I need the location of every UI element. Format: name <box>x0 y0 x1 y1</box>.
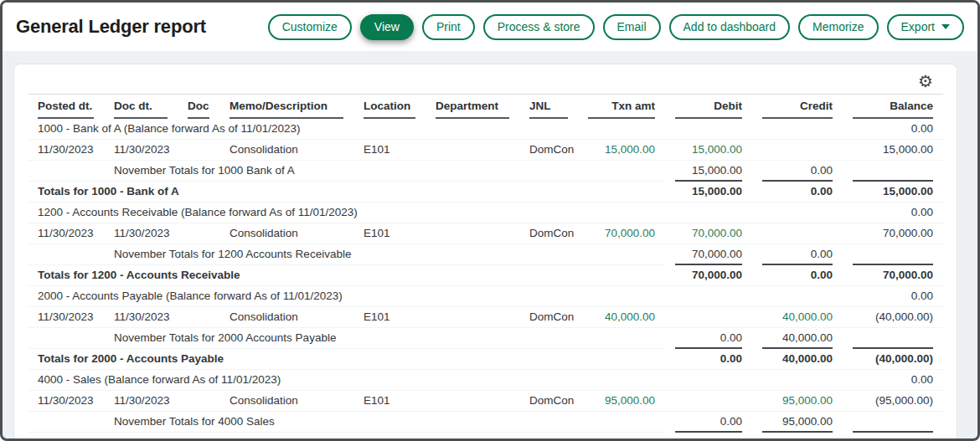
print-button[interactable]: Print <box>422 14 475 40</box>
department-cell <box>426 307 519 328</box>
customize-button[interactable]: Customize <box>268 14 352 40</box>
balance-cell: 15,000.00 <box>843 182 943 203</box>
debit-cell: 15,000.00 <box>665 182 752 203</box>
month-total-label: November Totals for 4000 Sales <box>104 412 578 433</box>
credit-cell: 0.00 <box>752 244 843 265</box>
debit-cell: 70,000.00 <box>665 244 752 265</box>
export-button[interactable]: Export <box>887 14 964 40</box>
credit-cell <box>752 140 843 161</box>
balance-cell: (95,000.00) <box>843 433 943 441</box>
txn-amt-cell <box>578 244 665 265</box>
column-header-jnl: JNL <box>519 95 578 119</box>
credit-cell[interactable]: 40,000.00 <box>752 307 843 328</box>
posted-dt-cell: 11/30/2023 <box>28 140 104 161</box>
txn-amt-cell <box>578 349 665 370</box>
account-total-label: Totals for 2000 - Accounts Payable <box>28 349 578 370</box>
balance-cell: 70,000.00 <box>843 223 943 244</box>
debit-cell: 0.00 <box>665 412 752 433</box>
account-total-label: Totals for 1200 - Accounts Receivable <box>28 265 578 286</box>
doc-cell <box>178 391 219 412</box>
txn-amt-cell[interactable]: 40,000.00 <box>578 307 665 328</box>
credit-cell: 0.00 <box>752 265 843 286</box>
column-header-debit: Debit <box>665 95 752 119</box>
add-to-dashboard-button[interactable]: Add to dashboard <box>669 14 791 40</box>
debit-cell[interactable]: 70,000.00 <box>665 223 752 244</box>
jnl-cell: DomCon <box>519 391 578 412</box>
credit-cell: 40,000.00 <box>752 328 843 349</box>
general-ledger-table: Posted dt.Doc dt.DocMemo/DescriptionLoca… <box>28 94 943 441</box>
credit-cell: 95,000.00 <box>752 433 843 441</box>
balance-cell <box>843 412 943 433</box>
txn-amt-cell[interactable]: 95,000.00 <box>578 391 665 412</box>
account-total-row: Totals for 1000 - Bank of A15,000.000.00… <box>28 182 943 203</box>
credit-cell[interactable]: 95,000.00 <box>752 391 843 412</box>
credit-cell <box>752 223 843 244</box>
balance-cell: (95,000.00) <box>843 391 943 412</box>
department-cell <box>426 223 519 244</box>
posted-dt-cell: 11/30/2023 <box>28 223 104 244</box>
account-header-label: 4000 - Sales (Balance forward As of 11/0… <box>28 370 843 391</box>
txn-amt-cell[interactable]: 70,000.00 <box>578 223 665 244</box>
balance-cell: 0.00 <box>843 203 943 223</box>
doc-dt-cell: 11/30/2023 <box>104 307 178 328</box>
export-button-label: Export <box>901 20 935 33</box>
transaction-row: 11/30/202311/30/2023ConsolidationE101Dom… <box>28 391 943 412</box>
doc-cell <box>178 223 219 244</box>
balance-cell: 70,000.00 <box>843 265 943 286</box>
transaction-row: 11/30/202311/30/2023ConsolidationE101Dom… <box>28 140 943 161</box>
posted-dt-cell <box>28 328 104 349</box>
balance-cell: (40,000.00) <box>843 349 943 370</box>
txn-amt-cell <box>578 433 665 441</box>
debit-cell <box>665 391 752 412</box>
transaction-row: 11/30/202311/30/2023ConsolidationE101Dom… <box>28 223 943 244</box>
memorize-button[interactable]: Memorize <box>798 14 878 40</box>
email-button[interactable]: Email <box>603 14 661 40</box>
location-cell: E101 <box>353 307 426 328</box>
process-store-button[interactable]: Process & store <box>483 14 595 40</box>
table-body: 1000 - Bank of A (Balance forward As of … <box>28 119 943 441</box>
debit-cell: 70,000.00 <box>665 265 752 286</box>
txn-amt-cell[interactable]: 15,000.00 <box>578 140 665 161</box>
location-cell: E101 <box>353 140 426 161</box>
balance-cell: (40,000.00) <box>843 307 943 328</box>
page-title: General Ledger report <box>16 16 206 38</box>
column-header-doc: Doc <box>178 95 219 119</box>
account-header-row: 1000 - Bank of A (Balance forward As of … <box>28 119 943 140</box>
report-toolbar: General Ledger report Customize View Pri… <box>3 3 977 51</box>
credit-cell: 0.00 <box>752 161 843 182</box>
gear-icon[interactable]: ⚙ <box>918 73 933 90</box>
column-header-department: Department <box>426 95 519 119</box>
txn-amt-cell <box>578 412 665 433</box>
account-total-label: Totals for 4000 - Sales <box>28 433 578 441</box>
account-header-label: 1000 - Bank of A (Balance forward As of … <box>28 119 843 140</box>
month-total-row: November Totals for 1200 Accounts Receiv… <box>28 244 943 265</box>
account-header-row: 4000 - Sales (Balance forward As of 11/0… <box>28 370 943 391</box>
column-header-memo-description: Memo/Description <box>219 95 353 119</box>
month-total-label: November Totals for 2000 Accounts Payabl… <box>104 328 578 349</box>
account-header-label: 2000 - Accounts Payable (Balance forward… <box>28 286 843 307</box>
txn-amt-cell <box>578 161 665 182</box>
month-total-row: November Totals for 2000 Accounts Payabl… <box>28 328 943 349</box>
report-card: ⚙ Posted dt.Doc dt.DocMemo/DescriptionLo… <box>13 64 957 441</box>
account-total-row: Totals for 1200 - Accounts Receivable70,… <box>28 265 943 286</box>
doc-dt-cell: 11/30/2023 <box>104 223 178 244</box>
view-button[interactable]: View <box>360 14 414 40</box>
account-total-row: Totals for 2000 - Accounts Payable0.0040… <box>28 349 943 370</box>
txn-amt-cell <box>578 328 665 349</box>
transaction-row: 11/30/202311/30/2023ConsolidationE101Dom… <box>28 307 943 328</box>
account-total-row: Totals for 4000 - Sales0.0095,000.00(95,… <box>28 433 943 441</box>
jnl-cell: DomCon <box>519 140 578 161</box>
debit-cell: 15,000.00 <box>665 161 752 182</box>
debit-cell: 0.00 <box>665 328 752 349</box>
toolbar-buttons: Customize View Print Process & store Ema… <box>268 14 964 40</box>
credit-cell: 0.00 <box>752 182 843 203</box>
balance-cell <box>843 328 943 349</box>
doc-cell <box>178 140 219 161</box>
doc-cell <box>178 307 219 328</box>
memo-cell: Consolidation <box>219 391 353 412</box>
doc-dt-cell: 11/30/2023 <box>104 140 178 161</box>
location-cell: E101 <box>353 223 426 244</box>
debit-cell[interactable]: 15,000.00 <box>665 140 752 161</box>
memo-cell: Consolidation <box>219 140 353 161</box>
column-header-txn-amt: Txn amt <box>578 95 665 119</box>
